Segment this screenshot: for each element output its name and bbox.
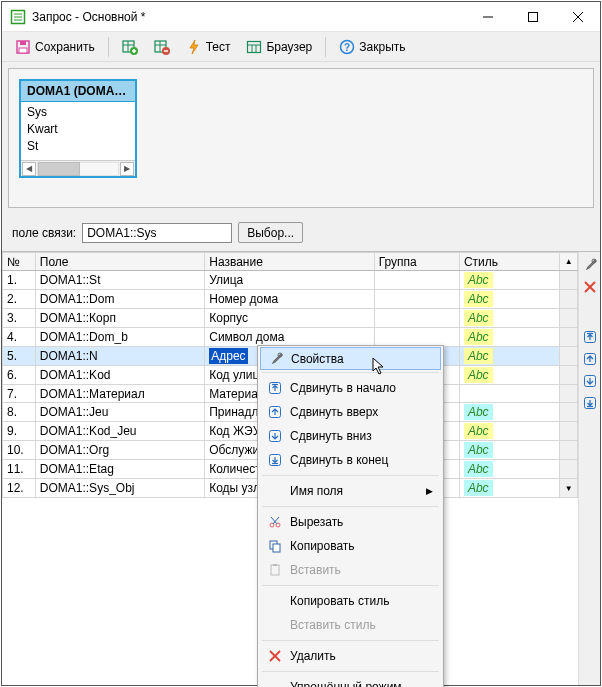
cell-style[interactable]: Abc xyxy=(459,479,560,498)
save-icon xyxy=(15,39,31,55)
properties-button[interactable] xyxy=(581,256,599,274)
cell-style[interactable]: Abc xyxy=(459,328,560,347)
cell-field[interactable]: DOMA1::Etag xyxy=(35,460,204,479)
cell-field[interactable]: DOMA1::Kod xyxy=(35,366,204,385)
cell-scroll xyxy=(560,271,578,290)
cell-field[interactable]: DOMA1::Org xyxy=(35,441,204,460)
link-field-input[interactable] xyxy=(82,223,232,243)
cell-name[interactable]: Корпус xyxy=(205,309,374,328)
cell-group[interactable] xyxy=(374,328,459,347)
move-bottom-button[interactable] xyxy=(581,394,599,412)
move-up-icon xyxy=(266,405,284,419)
svg-rect-49 xyxy=(273,544,280,552)
cell-name[interactable]: Символ дома xyxy=(205,328,374,347)
cell-style[interactable]: Abc xyxy=(459,403,560,422)
cell-field[interactable]: DOMA1::Dom xyxy=(35,290,204,309)
cell-style[interactable]: Abc xyxy=(459,309,560,328)
cell-style[interactable]: Abc xyxy=(459,271,560,290)
cell-field[interactable]: DOMA1::Корп xyxy=(35,309,204,328)
cell-style[interactable]: Abc xyxy=(459,347,560,366)
cell-style[interactable] xyxy=(459,385,560,403)
col-header-style[interactable]: Стиль xyxy=(459,253,560,271)
table-row[interactable]: 3.DOMA1::КорпКорпусAbc xyxy=(3,309,578,328)
cell-group[interactable] xyxy=(374,309,459,328)
scroll-right-button[interactable]: ▶ xyxy=(120,162,134,176)
table-box-header[interactable]: DOMA1 (DOMA, ... xyxy=(21,81,135,102)
cell-field[interactable]: DOMA1::Dom_b xyxy=(35,328,204,347)
table-row[interactable]: 4.DOMA1::Dom_bСимвол домаAbc xyxy=(3,328,578,347)
col-header-field[interactable]: Поле xyxy=(35,253,204,271)
cell-style[interactable]: Abc xyxy=(459,422,560,441)
cell-field[interactable]: DOMA1::Sys_Obj xyxy=(35,479,204,498)
table-field[interactable]: St xyxy=(27,138,129,155)
cell-group[interactable] xyxy=(374,290,459,309)
cm-delete[interactable]: Удалить xyxy=(260,644,441,668)
table-row[interactable]: 2.DOMA1::DomНомер домаAbc xyxy=(3,290,578,309)
test-button[interactable]: Тест xyxy=(181,35,236,59)
link-field-label: поле связи: xyxy=(12,226,76,240)
cell-style[interactable]: Abc xyxy=(459,460,560,479)
col-header-name[interactable]: Название xyxy=(205,253,374,271)
cell-style[interactable]: Abc xyxy=(459,441,560,460)
cell-group[interactable] xyxy=(374,271,459,290)
minimize-button[interactable] xyxy=(465,2,510,31)
cm-cut[interactable]: Вырезать xyxy=(260,510,441,534)
col-header-num[interactable]: № xyxy=(3,253,36,271)
help-close-icon: ? xyxy=(339,39,355,55)
close-window-button[interactable] xyxy=(555,2,600,31)
cell-scroll xyxy=(560,347,578,366)
move-top-button[interactable] xyxy=(581,328,599,346)
cell-name[interactable]: Улица xyxy=(205,271,374,290)
browser-button[interactable]: Браузер xyxy=(241,35,317,59)
table-field[interactable]: Kwart xyxy=(27,121,129,138)
svg-text:?: ? xyxy=(344,42,350,53)
table-row[interactable]: 1.DOMA1::StУлицаAbc xyxy=(3,271,578,290)
cm-copy[interactable]: Копировать xyxy=(260,534,441,558)
cell-field[interactable]: DOMA1::Kod_Jeu xyxy=(35,422,204,441)
add-table-icon xyxy=(122,39,138,55)
cm-properties[interactable]: Свойства xyxy=(260,347,441,370)
titlebar: Запрос - Основной * xyxy=(2,2,600,32)
maximize-button[interactable] xyxy=(510,2,555,31)
cm-copy-style[interactable]: Копировать стиль xyxy=(260,589,441,613)
delete-row-button[interactable] xyxy=(581,278,599,296)
diagram-area[interactable]: DOMA1 (DOMA, ... Sys Kwart St ◀ ▶ xyxy=(8,68,594,208)
add-button[interactable] xyxy=(117,35,143,59)
save-button[interactable]: Сохранить xyxy=(10,35,100,59)
cm-move-up[interactable]: Сдвинуть вверх xyxy=(260,400,441,424)
cell-num: 9. xyxy=(3,422,36,441)
cell-field[interactable]: DOMA1::N xyxy=(35,347,204,366)
cell-scroll: ▼ xyxy=(560,479,578,498)
cm-move-end[interactable]: Сдвинуть в конец xyxy=(260,448,441,472)
cm-simple-mode[interactable]: Упрощённый режим xyxy=(260,675,441,687)
cell-name[interactable]: Номер дома xyxy=(205,290,374,309)
move-down-button[interactable] xyxy=(581,372,599,390)
col-header-group[interactable]: Группа xyxy=(374,253,459,271)
table-box-doma1[interactable]: DOMA1 (DOMA, ... Sys Kwart St ◀ ▶ xyxy=(19,79,137,178)
move-up-button[interactable] xyxy=(581,350,599,368)
scroll-thumb[interactable] xyxy=(38,162,80,176)
scroll-left-button[interactable]: ◀ xyxy=(22,162,36,176)
cell-style[interactable]: Abc xyxy=(459,290,560,309)
window-title: Запрос - Основной * xyxy=(32,10,465,24)
choose-button[interactable]: Выбор... xyxy=(238,222,303,243)
cm-field-name[interactable]: Имя поля ▶ xyxy=(260,479,441,503)
cell-field[interactable]: DOMA1::St xyxy=(35,271,204,290)
cell-num: 10. xyxy=(3,441,36,460)
cell-style[interactable]: Abc xyxy=(459,366,560,385)
grid-header-row: № Поле Название Группа Стиль ▲ xyxy=(3,253,578,271)
remove-button[interactable] xyxy=(149,35,175,59)
table-box-hscroll[interactable]: ◀ ▶ xyxy=(21,160,135,176)
cell-field[interactable]: DOMA1::Jeu xyxy=(35,403,204,422)
right-toolbar xyxy=(578,252,600,685)
copy-icon xyxy=(266,539,284,553)
close-button[interactable]: ? Закрыть xyxy=(334,35,410,59)
cell-field[interactable]: DOMA1::Материал xyxy=(35,385,204,403)
cm-move-start[interactable]: Сдвинуть в начало xyxy=(260,376,441,400)
cell-num: 6. xyxy=(3,366,36,385)
toolbar-separator xyxy=(325,37,326,57)
cm-move-down[interactable]: Сдвинуть вниз xyxy=(260,424,441,448)
col-header-scroll[interactable]: ▲ xyxy=(560,253,578,271)
table-field[interactable]: Sys xyxy=(27,104,129,121)
cell-num: 1. xyxy=(3,271,36,290)
